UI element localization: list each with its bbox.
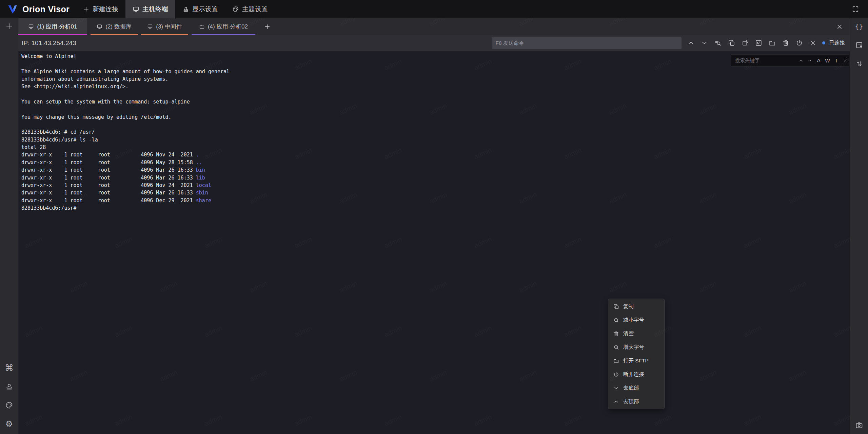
screenshot-camera-icon[interactable]	[855, 421, 863, 429]
top-menu-item-display-settings[interactable]: 显示设置	[175, 0, 225, 18]
monitor-tab-icon	[97, 24, 102, 30]
disconnect-icon[interactable]	[796, 39, 803, 46]
terminal-line: drwxr-xr-x 1 root root 4096 Nov 24 2021 …	[21, 182, 850, 189]
settings-gear-icon[interactable]: ⚙	[5, 420, 13, 428]
monitor-tab-icon	[147, 24, 153, 30]
shortcut-keys-icon[interactable]: ⌘	[5, 364, 13, 372]
chevron-up-icon	[613, 399, 619, 404]
zoom-in-icon	[613, 344, 619, 350]
search-keyword-input[interactable]	[731, 58, 798, 63]
paste-icon[interactable]	[742, 39, 749, 46]
directory-name: local	[196, 182, 211, 188]
context-menu-label: 去顶部	[623, 398, 639, 405]
menu-clear[interactable]: 清空	[608, 327, 664, 340]
variables-braces-icon[interactable]: {}	[855, 22, 863, 31]
menu-disconnect[interactable]: 断开连接	[608, 367, 664, 381]
new-connection-menu-icon	[83, 6, 90, 13]
directory-name: ..	[196, 159, 202, 166]
clear-icon[interactable]	[782, 39, 789, 46]
terminal-line: 828133bb4cd6:/usr#	[21, 204, 850, 212]
terminal-line: drwxr-xr-x 1 root root 4096 May 28 15:58…	[21, 159, 850, 166]
app-title: Orion Visor	[22, 4, 70, 14]
terminal-screen[interactable]: Welcome to Alpine! The Alpine Wiki conta…	[18, 51, 850, 434]
search-prev-icon[interactable]	[798, 58, 804, 63]
display-settings-icon[interactable]	[5, 382, 13, 391]
terminal-tab-2[interactable]: (2) 数据库	[91, 18, 138, 35]
directory-name: sbin	[196, 190, 208, 196]
top-menu-label: 显示设置	[192, 5, 218, 14]
menu-go-bottom[interactable]: 去底部	[608, 381, 664, 395]
chevron-down-icon	[613, 385, 619, 391]
menu-font-larger[interactable]: 增大字号	[608, 340, 664, 354]
terminal-line: drwxr-xr-x 1 root root 4096 Dec 29 2021 …	[21, 197, 850, 204]
close-icon[interactable]	[809, 39, 816, 46]
terminal-context-menu: 复制减小字号清空增大字号打开 SFTP断开连接去底部去顶部	[608, 299, 665, 409]
top-menu-label: 主机终端	[142, 5, 168, 14]
directory-name: .	[196, 152, 199, 158]
close-tabbar-icon[interactable]	[836, 24, 843, 30]
search-close-icon[interactable]	[843, 58, 848, 63]
command-doc-icon[interactable]	[855, 41, 863, 49]
context-menu-label: 增大字号	[623, 344, 644, 351]
terminal-tab-1[interactable]: (1) 应用-分析01	[18, 18, 87, 35]
terminal-line: 828133bb4cd6:~# cd /usr/	[21, 128, 850, 136]
whole-word-icon[interactable]: W	[825, 58, 830, 63]
transfer-sort-icon[interactable]	[855, 60, 863, 68]
tab-underline	[192, 34, 255, 35]
status-dot	[822, 41, 825, 44]
terminal-line	[21, 121, 850, 128]
folder-tab-icon	[199, 24, 205, 30]
trash-icon	[613, 331, 619, 337]
terminal-line: See <http://wiki.alpinelinux.org/>.	[21, 83, 850, 90]
terminal-tab-3[interactable]: (3) 中间件	[141, 18, 188, 35]
copy-icon[interactable]	[728, 39, 735, 46]
tab-label: (2) 数据库	[105, 23, 132, 31]
send-command-input[interactable]	[492, 37, 682, 49]
top-menu-item-new-connection[interactable]: 新建连接	[76, 0, 125, 18]
terminal-line: The Alpine Wiki contains a large amount …	[21, 68, 850, 75]
display-settings-menu-icon	[182, 6, 189, 13]
top-menu-item-theme-settings[interactable]: 主题设置	[225, 0, 275, 18]
menu-open-sftp[interactable]: 打开 SFTP	[608, 354, 664, 367]
menu-font-smaller[interactable]: 减小字号	[608, 313, 664, 327]
terminal-line: total 28	[21, 144, 850, 151]
terminal-toolbar: IP: 101.43.254.243 已连接	[18, 35, 850, 51]
match-case-icon[interactable]: A	[816, 58, 821, 63]
terminal-line: 828133bb4cd6:/usr# ls -la	[21, 136, 850, 144]
status-label: 已连接	[829, 39, 845, 46]
terminal-tab-4[interactable]: (4) 应用-分析02	[192, 18, 255, 35]
fullscreen-icon[interactable]	[852, 5, 859, 13]
terminal-line	[21, 106, 850, 113]
command-snippet-icon[interactable]	[755, 39, 762, 46]
sftp-icon[interactable]	[769, 39, 776, 46]
theme-settings-icon[interactable]	[5, 401, 13, 409]
menu-go-top[interactable]: 去顶部	[608, 395, 664, 408]
search-next-icon[interactable]	[807, 58, 812, 63]
context-menu-label: 断开连接	[623, 371, 644, 378]
left-rail: ⌘⚙	[0, 18, 18, 434]
add-tab-icon[interactable]	[264, 23, 271, 30]
host-terminal-menu-icon	[133, 6, 139, 13]
search-icon[interactable]	[714, 39, 722, 46]
main-area: ⌘⚙ (1) 应用-分析01(2) 数据库(3) 中间件(4) 应用-分析02 …	[0, 18, 868, 434]
terminal-line	[21, 91, 850, 98]
directory-name: bin	[196, 167, 205, 173]
new-tab-icon[interactable]	[5, 22, 13, 30]
tab-underline	[91, 34, 138, 35]
terminal-line: drwxr-xr-x 1 root root 4096 Mar 26 16:33…	[21, 174, 850, 182]
terminal-line: drwxr-xr-x 1 root root 4096 Mar 26 16:33…	[21, 166, 850, 174]
top-menu: 新建连接主机终端显示设置主题设置	[76, 0, 275, 18]
top-menu-item-host-terminal[interactable]: 主机终端	[125, 0, 175, 18]
right-rail: {}	[850, 18, 868, 434]
terminal-output: Welcome to Alpine! The Alpine Wiki conta…	[18, 51, 850, 212]
scroll-bottom-icon[interactable]	[701, 39, 708, 46]
tab-underline	[141, 34, 188, 35]
context-menu-label: 去底部	[623, 384, 639, 392]
power-icon	[613, 372, 619, 377]
scroll-top-icon[interactable]	[687, 39, 694, 46]
tab-label: (1) 应用-分析01	[37, 23, 77, 31]
connection-status: 已连接	[822, 39, 845, 46]
regex-icon[interactable]: I	[834, 58, 839, 63]
top-menu-label: 主题设置	[242, 5, 268, 14]
menu-copy[interactable]: 复制	[608, 300, 664, 313]
